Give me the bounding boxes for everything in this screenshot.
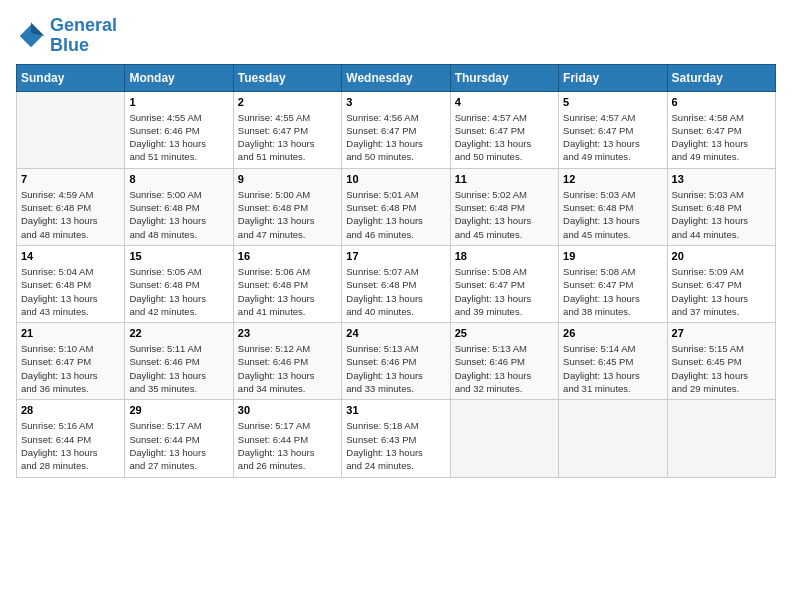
- day-info: Sunrise: 4:57 AM Sunset: 6:47 PM Dayligh…: [455, 111, 554, 164]
- calendar-cell: 24Sunrise: 5:13 AM Sunset: 6:46 PM Dayli…: [342, 323, 450, 400]
- day-info: Sunrise: 5:15 AM Sunset: 6:45 PM Dayligh…: [672, 342, 771, 395]
- day-info: Sunrise: 5:09 AM Sunset: 6:47 PM Dayligh…: [672, 265, 771, 318]
- day-number: 19: [563, 250, 662, 262]
- column-header-tuesday: Tuesday: [233, 64, 341, 91]
- calendar-cell: 17Sunrise: 5:07 AM Sunset: 6:48 PM Dayli…: [342, 245, 450, 322]
- day-number: 28: [21, 404, 120, 416]
- calendar-cell: [17, 91, 125, 168]
- day-info: Sunrise: 5:16 AM Sunset: 6:44 PM Dayligh…: [21, 419, 120, 472]
- column-header-sunday: Sunday: [17, 64, 125, 91]
- day-number: 11: [455, 173, 554, 185]
- day-number: 5: [563, 96, 662, 108]
- day-info: Sunrise: 5:03 AM Sunset: 6:48 PM Dayligh…: [672, 188, 771, 241]
- day-info: Sunrise: 5:03 AM Sunset: 6:48 PM Dayligh…: [563, 188, 662, 241]
- calendar-cell: 23Sunrise: 5:12 AM Sunset: 6:46 PM Dayli…: [233, 323, 341, 400]
- calendar-cell: 21Sunrise: 5:10 AM Sunset: 6:47 PM Dayli…: [17, 323, 125, 400]
- calendar-cell: 5Sunrise: 4:57 AM Sunset: 6:47 PM Daylig…: [559, 91, 667, 168]
- calendar-week-2: 7Sunrise: 4:59 AM Sunset: 6:48 PM Daylig…: [17, 168, 776, 245]
- day-number: 29: [129, 404, 228, 416]
- calendar-table: SundayMondayTuesdayWednesdayThursdayFrid…: [16, 64, 776, 478]
- day-info: Sunrise: 5:00 AM Sunset: 6:48 PM Dayligh…: [238, 188, 337, 241]
- calendar-cell: 8Sunrise: 5:00 AM Sunset: 6:48 PM Daylig…: [125, 168, 233, 245]
- calendar-cell: 20Sunrise: 5:09 AM Sunset: 6:47 PM Dayli…: [667, 245, 775, 322]
- calendar-cell: 19Sunrise: 5:08 AM Sunset: 6:47 PM Dayli…: [559, 245, 667, 322]
- day-info: Sunrise: 4:56 AM Sunset: 6:47 PM Dayligh…: [346, 111, 445, 164]
- calendar-cell: 25Sunrise: 5:13 AM Sunset: 6:46 PM Dayli…: [450, 323, 558, 400]
- day-info: Sunrise: 5:13 AM Sunset: 6:46 PM Dayligh…: [455, 342, 554, 395]
- calendar-cell: 6Sunrise: 4:58 AM Sunset: 6:47 PM Daylig…: [667, 91, 775, 168]
- day-number: 21: [21, 327, 120, 339]
- day-info: Sunrise: 5:12 AM Sunset: 6:46 PM Dayligh…: [238, 342, 337, 395]
- logo-text: General Blue: [50, 16, 117, 56]
- calendar-cell: [559, 400, 667, 477]
- calendar-week-5: 28Sunrise: 5:16 AM Sunset: 6:44 PM Dayli…: [17, 400, 776, 477]
- calendar-cell: 7Sunrise: 4:59 AM Sunset: 6:48 PM Daylig…: [17, 168, 125, 245]
- logo: General Blue: [16, 16, 117, 56]
- day-info: Sunrise: 5:08 AM Sunset: 6:47 PM Dayligh…: [563, 265, 662, 318]
- day-number: 12: [563, 173, 662, 185]
- calendar-cell: 4Sunrise: 4:57 AM Sunset: 6:47 PM Daylig…: [450, 91, 558, 168]
- day-number: 2: [238, 96, 337, 108]
- calendar-cell: 29Sunrise: 5:17 AM Sunset: 6:44 PM Dayli…: [125, 400, 233, 477]
- day-info: Sunrise: 5:00 AM Sunset: 6:48 PM Dayligh…: [129, 188, 228, 241]
- day-info: Sunrise: 5:14 AM Sunset: 6:45 PM Dayligh…: [563, 342, 662, 395]
- day-info: Sunrise: 5:10 AM Sunset: 6:47 PM Dayligh…: [21, 342, 120, 395]
- day-number: 23: [238, 327, 337, 339]
- day-info: Sunrise: 5:05 AM Sunset: 6:48 PM Dayligh…: [129, 265, 228, 318]
- day-info: Sunrise: 5:01 AM Sunset: 6:48 PM Dayligh…: [346, 188, 445, 241]
- day-number: 7: [21, 173, 120, 185]
- calendar-cell: 26Sunrise: 5:14 AM Sunset: 6:45 PM Dayli…: [559, 323, 667, 400]
- column-header-wednesday: Wednesday: [342, 64, 450, 91]
- day-info: Sunrise: 4:57 AM Sunset: 6:47 PM Dayligh…: [563, 111, 662, 164]
- day-info: Sunrise: 5:17 AM Sunset: 6:44 PM Dayligh…: [238, 419, 337, 472]
- calendar-cell: 1Sunrise: 4:55 AM Sunset: 6:46 PM Daylig…: [125, 91, 233, 168]
- day-number: 3: [346, 96, 445, 108]
- calendar-cell: 3Sunrise: 4:56 AM Sunset: 6:47 PM Daylig…: [342, 91, 450, 168]
- day-info: Sunrise: 5:02 AM Sunset: 6:48 PM Dayligh…: [455, 188, 554, 241]
- calendar-cell: 11Sunrise: 5:02 AM Sunset: 6:48 PM Dayli…: [450, 168, 558, 245]
- calendar-cell: [450, 400, 558, 477]
- calendar-cell: 13Sunrise: 5:03 AM Sunset: 6:48 PM Dayli…: [667, 168, 775, 245]
- day-number: 4: [455, 96, 554, 108]
- calendar-cell: 22Sunrise: 5:11 AM Sunset: 6:46 PM Dayli…: [125, 323, 233, 400]
- day-number: 6: [672, 96, 771, 108]
- day-info: Sunrise: 5:17 AM Sunset: 6:44 PM Dayligh…: [129, 419, 228, 472]
- day-number: 17: [346, 250, 445, 262]
- day-number: 24: [346, 327, 445, 339]
- day-info: Sunrise: 4:58 AM Sunset: 6:47 PM Dayligh…: [672, 111, 771, 164]
- calendar-cell: 2Sunrise: 4:55 AM Sunset: 6:47 PM Daylig…: [233, 91, 341, 168]
- day-number: 18: [455, 250, 554, 262]
- day-info: Sunrise: 5:13 AM Sunset: 6:46 PM Dayligh…: [346, 342, 445, 395]
- calendar-cell: 30Sunrise: 5:17 AM Sunset: 6:44 PM Dayli…: [233, 400, 341, 477]
- day-info: Sunrise: 4:59 AM Sunset: 6:48 PM Dayligh…: [21, 188, 120, 241]
- day-info: Sunrise: 5:18 AM Sunset: 6:43 PM Dayligh…: [346, 419, 445, 472]
- day-number: 22: [129, 327, 228, 339]
- column-header-thursday: Thursday: [450, 64, 558, 91]
- day-number: 9: [238, 173, 337, 185]
- column-header-saturday: Saturday: [667, 64, 775, 91]
- day-info: Sunrise: 4:55 AM Sunset: 6:46 PM Dayligh…: [129, 111, 228, 164]
- calendar-week-1: 1Sunrise: 4:55 AM Sunset: 6:46 PM Daylig…: [17, 91, 776, 168]
- calendar-cell: 14Sunrise: 5:04 AM Sunset: 6:48 PM Dayli…: [17, 245, 125, 322]
- calendar-cell: 18Sunrise: 5:08 AM Sunset: 6:47 PM Dayli…: [450, 245, 558, 322]
- calendar-cell: 16Sunrise: 5:06 AM Sunset: 6:48 PM Dayli…: [233, 245, 341, 322]
- page-header: General Blue: [16, 16, 776, 56]
- day-number: 8: [129, 173, 228, 185]
- day-number: 31: [346, 404, 445, 416]
- day-number: 16: [238, 250, 337, 262]
- calendar-cell: 15Sunrise: 5:05 AM Sunset: 6:48 PM Dayli…: [125, 245, 233, 322]
- day-info: Sunrise: 4:55 AM Sunset: 6:47 PM Dayligh…: [238, 111, 337, 164]
- day-number: 14: [21, 250, 120, 262]
- day-info: Sunrise: 5:08 AM Sunset: 6:47 PM Dayligh…: [455, 265, 554, 318]
- calendar-cell: 12Sunrise: 5:03 AM Sunset: 6:48 PM Dayli…: [559, 168, 667, 245]
- column-header-monday: Monday: [125, 64, 233, 91]
- day-number: 25: [455, 327, 554, 339]
- day-number: 15: [129, 250, 228, 262]
- calendar-cell: 9Sunrise: 5:00 AM Sunset: 6:48 PM Daylig…: [233, 168, 341, 245]
- calendar-cell: 28Sunrise: 5:16 AM Sunset: 6:44 PM Dayli…: [17, 400, 125, 477]
- day-info: Sunrise: 5:04 AM Sunset: 6:48 PM Dayligh…: [21, 265, 120, 318]
- day-info: Sunrise: 5:11 AM Sunset: 6:46 PM Dayligh…: [129, 342, 228, 395]
- logo-icon: [16, 21, 46, 51]
- day-number: 1: [129, 96, 228, 108]
- day-number: 13: [672, 173, 771, 185]
